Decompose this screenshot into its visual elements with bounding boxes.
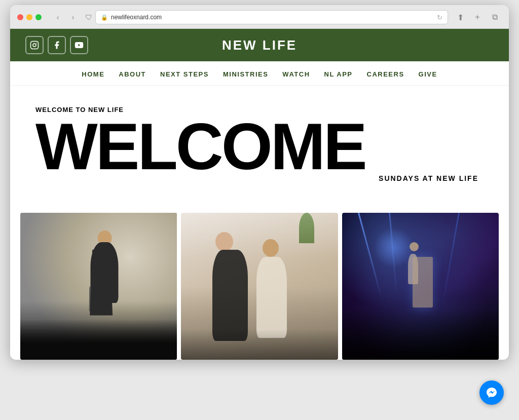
minimize-window-button[interactable] xyxy=(26,14,32,20)
svg-point-2 xyxy=(36,43,37,44)
browser-window: ‹ › 🛡 🔒 newlifeoxnard.com ↻ ⬆ + ⧉ xyxy=(10,5,509,360)
url-text: newlifeoxnard.com xyxy=(111,14,162,21)
back-button[interactable]: ‹ xyxy=(51,11,65,23)
shield-icon: 🛡 xyxy=(85,13,92,21)
photo-grid xyxy=(10,193,509,360)
svg-point-1 xyxy=(33,44,36,47)
nav-watch[interactable]: WATCH xyxy=(282,70,310,78)
nav-ministries[interactable]: MINISTRIES xyxy=(223,70,268,78)
photo-speaker[interactable] xyxy=(20,213,177,360)
nav-careers[interactable]: CAREERS xyxy=(367,70,404,78)
nav-home[interactable]: HOME xyxy=(82,70,104,78)
nav-buttons: ‹ › xyxy=(51,11,80,23)
main-navigation: HOME ABoUT NeXT STEPS MINISTRIES WATCH N… xyxy=(10,61,509,86)
person-body-b xyxy=(256,257,287,338)
person-body-a xyxy=(212,250,248,341)
youtube-icon[interactable] xyxy=(70,36,88,54)
site-logo[interactable]: NEW LIFE xyxy=(222,37,297,53)
site-header: NEW LIFE xyxy=(10,29,509,61)
share-button[interactable]: ⬆ xyxy=(453,11,467,23)
window-controls xyxy=(17,14,42,20)
tabs-button[interactable]: ⧉ xyxy=(488,11,502,23)
concert-crowd xyxy=(342,309,499,360)
social-icons xyxy=(25,36,88,54)
maximize-window-button[interactable] xyxy=(35,14,42,20)
photo-lobby[interactable] xyxy=(181,213,338,360)
add-tab-button[interactable]: + xyxy=(470,11,485,23)
facebook-icon[interactable] xyxy=(48,36,66,54)
instagram-icon[interactable] xyxy=(25,36,44,54)
address-bar[interactable]: 🔒 newlifeoxnard.com ↻ xyxy=(95,10,448,24)
website-content: NEW LIFE HOME ABoUT NeXT STEPS MINISTRIE… xyxy=(10,29,509,360)
lobby-shadow xyxy=(181,329,338,360)
nav-next-steps[interactable]: NeXT STEPS xyxy=(160,70,209,78)
crowd-shadow xyxy=(20,319,177,360)
browser-actions: ⬆ + ⧉ xyxy=(453,11,502,23)
podium xyxy=(89,286,107,312)
lock-icon: 🔒 xyxy=(101,14,108,21)
addressbar-wrapper: 🛡 🔒 newlifeoxnard.com ↻ xyxy=(85,10,448,24)
photo-worship[interactable] xyxy=(342,213,499,360)
spotlight-glow xyxy=(374,227,414,268)
plant-decoration xyxy=(299,213,314,243)
speaker-body xyxy=(90,242,118,303)
messenger-fab[interactable] xyxy=(479,380,504,405)
nav-give[interactable]: GIVE xyxy=(419,70,437,78)
svg-rect-0 xyxy=(31,42,39,49)
person-head-a xyxy=(215,232,233,251)
reload-icon[interactable]: ↻ xyxy=(437,14,442,21)
close-window-button[interactable] xyxy=(17,14,23,20)
nav-about[interactable]: ABoUT xyxy=(119,70,146,78)
hero-title: WELCOME xyxy=(35,113,484,179)
hero-section: WELCOME TO NEW LIFE WELCOME SUNDAYS AT N… xyxy=(10,86,509,193)
nav-nl-app[interactable]: NL APP xyxy=(324,70,353,78)
forward-button[interactable]: › xyxy=(66,11,80,23)
browser-titlebar: ‹ › 🛡 🔒 newlifeoxnard.com ↻ ⬆ + ⧉ xyxy=(10,5,509,29)
stage-light-3 xyxy=(441,213,460,307)
person-head-b xyxy=(263,239,279,257)
